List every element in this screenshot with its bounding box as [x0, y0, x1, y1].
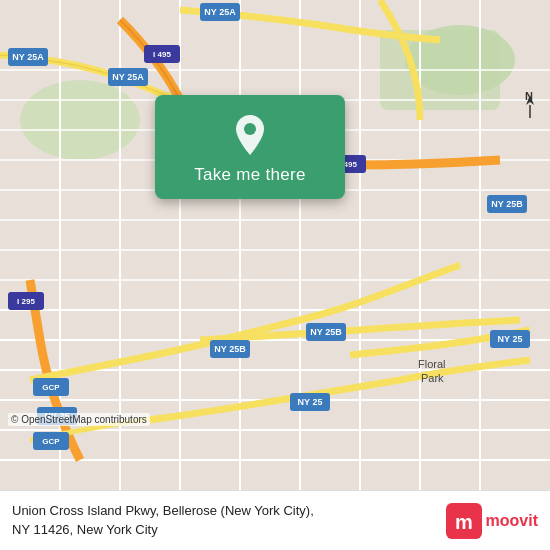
location-pin-icon	[232, 113, 268, 157]
svg-text:NY 25: NY 25	[498, 334, 523, 344]
svg-text:NY 25: NY 25	[298, 397, 323, 407]
svg-text:I 495: I 495	[153, 50, 171, 59]
svg-text:NY 25B: NY 25B	[310, 327, 342, 337]
moovit-icon: m	[446, 503, 482, 539]
address-line1: Union Cross Island Pkwy, Bellerose (New …	[12, 502, 446, 520]
svg-point-1	[20, 80, 140, 160]
take-me-there-popup[interactable]: Take me there	[155, 95, 345, 199]
svg-text:NY 25A: NY 25A	[12, 52, 44, 62]
osm-attribution: © OpenStreetMap contributors	[8, 413, 150, 426]
bottom-bar: Union Cross Island Pkwy, Bellerose (New …	[0, 490, 550, 550]
svg-text:Park: Park	[421, 372, 444, 384]
svg-text:NY 25A: NY 25A	[204, 7, 236, 17]
moovit-logo: m moovit	[446, 503, 538, 539]
address-line2: NY 11426, New York City	[12, 521, 446, 539]
take-me-there-button[interactable]: Take me there	[194, 165, 306, 185]
svg-text:Floral: Floral	[418, 358, 446, 370]
svg-text:NY 25B: NY 25B	[214, 344, 246, 354]
map-view: NY 25A NY 25A NY 25A I 495 I 495 I 295 G…	[0, 0, 550, 490]
svg-text:NY 25B: NY 25B	[491, 199, 523, 209]
svg-text:GCP: GCP	[42, 383, 60, 392]
moovit-label: moovit	[486, 512, 538, 530]
svg-text:I 295: I 295	[17, 297, 35, 306]
svg-text:m: m	[455, 511, 473, 533]
address-display: Union Cross Island Pkwy, Bellerose (New …	[12, 502, 446, 538]
svg-point-59	[244, 123, 256, 135]
svg-text:NY 25A: NY 25A	[112, 72, 144, 82]
svg-text:GCP: GCP	[42, 437, 60, 446]
